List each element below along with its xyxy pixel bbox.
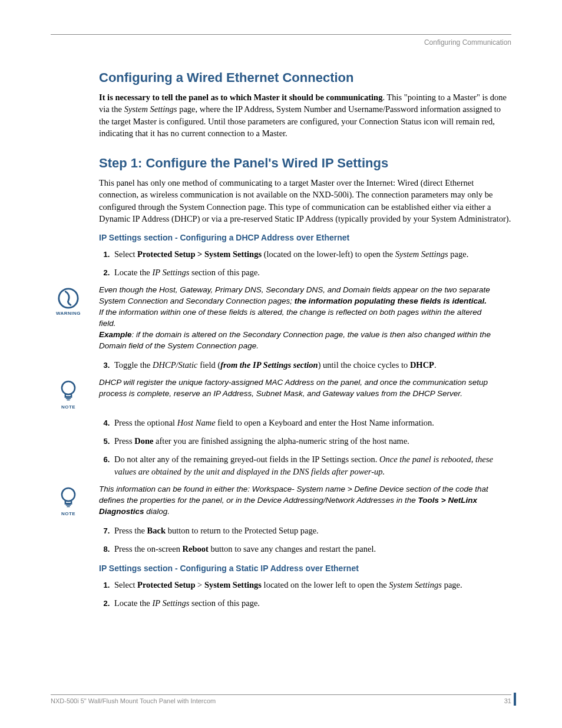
step-4: Press the optional Host Name field to op… [112,417,511,429]
warning-callout: WARNING Even though the Host, Gateway, P… [51,285,511,351]
warning-text: Even though the Host, Gateway, Primary D… [86,285,511,351]
intro-bold: It is necessary to tell the panel as to … [99,93,382,102]
step-1: Select Protected Setup > System Settings… [112,248,511,261]
static-step-2: Locate the IP Settings section of this p… [112,597,511,610]
footer-accent-bar [514,693,516,706]
note1-text: DHCP will register the unique factory-as… [86,377,511,400]
content-column: Configuring a Wired Ethernet Connection … [99,70,511,610]
note-icon: NOTE [51,484,86,516]
steps-dhcp-1-2: Select Protected Setup > System Settings… [99,248,511,279]
static-step-1: Select Protected Setup > System Settings… [112,579,511,591]
step-6: Do not alter any of the remaining greyed… [112,453,511,478]
step-3: Toggle the DHCP/Static field (from the I… [112,359,511,371]
steps-dhcp-7-8: Press the Back button to return to the P… [99,525,511,555]
step-2: Locate the IP Settings section of this p… [112,266,511,279]
footer-rule [51,694,511,695]
h1-configuring-ethernet: Configuring a Wired Ethernet Connection [99,70,511,85]
warning-icon: WARNING [51,285,86,316]
note-icon: NOTE [51,377,86,410]
subsection-dhcp: IP Settings section - Configuring a DHCP… [99,233,511,242]
intro-paragraph: It is necessary to tell the panel as to … [99,91,511,139]
steps-static: Select Protected Setup > System Settings… [99,579,511,610]
note2-text: This information can be found in either … [86,484,511,518]
note-callout-1: NOTE DHCP will register the unique facto… [51,377,511,410]
svg-point-4 [62,488,75,501]
header-rule [51,34,511,35]
step-5: Press Done after you are finished assign… [112,435,511,447]
svg-point-1 [62,381,75,394]
steps-dhcp-4-6: Press the optional Host Name field to op… [99,417,511,478]
running-header: Configuring Communication [51,38,511,47]
step-8: Press the on-screen Reboot button to sav… [112,543,511,555]
page: Configuring Communication Configuring a … [0,0,562,728]
footer: NXD-500i 5" Wall/Flush Mount Touch Panel… [51,694,511,704]
steps-dhcp-3: Toggle the DHCP/Static field (from the I… [99,359,511,371]
footer-product: NXD-500i 5" Wall/Flush Mount Touch Panel… [51,697,216,704]
subsection-static: IP Settings section - Configuring a Stat… [99,564,511,573]
step-7: Press the Back button to return to the P… [112,525,511,537]
h1-step1: Step 1: Configure the Panel's Wired IP S… [99,156,511,171]
footer-page-number: 31 [504,697,511,704]
note-callout-2: NOTE This information can be found in ei… [51,484,511,518]
step1-paragraph: This panel has only one method of commun… [99,177,511,225]
